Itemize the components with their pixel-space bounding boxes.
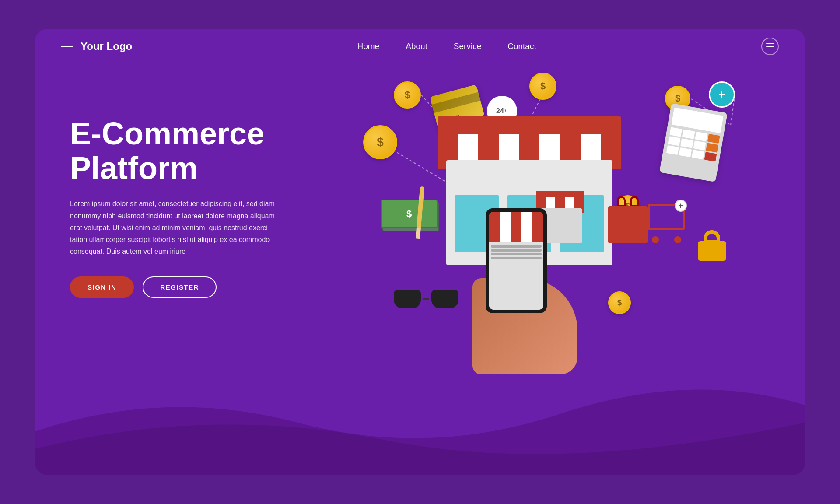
calc-btn-7 [693, 140, 706, 150]
clock-arrow: ↻ [504, 109, 508, 113]
money-stack: $ [381, 200, 438, 234]
hero-description: Lorem ipsum dolor sit amet, consectetuer… [70, 198, 280, 257]
glass-lens-right [431, 290, 458, 308]
lock-icon [698, 230, 726, 261]
credit-card-stripe [432, 92, 480, 113]
cart-wheel-left [652, 236, 659, 243]
calc-btn-12 [704, 152, 717, 161]
phone-line-3 [491, 253, 542, 256]
navbar: Your Logo Home About Service Contact [35, 29, 805, 64]
nav-item-home[interactable]: Home [357, 42, 380, 51]
coin-6-symbol: $ [617, 298, 622, 308]
calculator-icon [659, 103, 728, 182]
register-button[interactable]: REGISTER [143, 276, 217, 298]
calc-btn-2 [682, 130, 695, 139]
bill-front: $ [381, 200, 438, 228]
calc-btn-11 [692, 150, 704, 159]
awning-top [438, 116, 621, 134]
phone-screen-stripes [489, 212, 543, 242]
hero-content: E-Commerce Platform Lorem ipsum dolor si… [70, 116, 298, 298]
illustration: $ $ $ $ $ $ 24 ↻ [359, 55, 805, 449]
calc-btn-5 [668, 136, 681, 146]
shopping-bag-icon [608, 200, 648, 243]
hero-title: E-Commerce Platform [70, 116, 298, 186]
phone-screen-awning [489, 212, 543, 242]
calc-btn-4 [707, 134, 720, 144]
nav-item-about[interactable]: About [406, 42, 427, 51]
lock-body [698, 241, 726, 261]
nav-item-service[interactable]: Service [454, 42, 481, 51]
coin-6: $ [608, 291, 631, 314]
ps-5 [532, 212, 543, 242]
calc-btn-3 [695, 132, 707, 141]
calc-btn-6 [680, 138, 693, 148]
ps-4 [522, 212, 532, 242]
menu-line-1 [766, 43, 774, 44]
plus-symbol: + [718, 88, 725, 102]
calculator-buttons [666, 127, 720, 161]
calc-btn-1 [669, 127, 682, 136]
phone-screen-body [489, 242, 543, 310]
phone-line-4 [491, 257, 542, 259]
coin-5-symbol: $ [675, 93, 680, 104]
nav-links: Home About Service Contact [357, 42, 536, 51]
nav-link-home[interactable]: Home [357, 42, 380, 52]
signin-button[interactable]: SIGN IN [70, 276, 134, 298]
nav-link-contact[interactable]: Contact [508, 42, 536, 51]
bag-handle-left [617, 196, 626, 206]
cart-wheels [652, 236, 681, 243]
logo-dash [61, 46, 74, 47]
calc-btn-8 [706, 143, 718, 152]
hero-buttons: SIGN IN REGISTER [70, 276, 298, 298]
menu-line-2 [766, 46, 774, 47]
smartphone [486, 208, 547, 313]
cart-plus-icon: + [675, 200, 687, 212]
page-card: Your Logo Home About Service Contact E-C… [35, 29, 805, 475]
mini-awning-top [536, 191, 584, 197]
bag-body [608, 206, 648, 243]
coin-1-symbol: $ [405, 89, 410, 101]
coin-2-symbol: $ [377, 135, 384, 149]
clock-24-text: 24 [496, 107, 504, 115]
calc-btn-10 [679, 147, 692, 157]
nav-item-contact[interactable]: Contact [508, 42, 536, 51]
phone-line-1 [491, 245, 542, 248]
menu-line-3 [766, 49, 774, 49]
phone-screen [489, 212, 543, 310]
coin-3: $ [529, 73, 556, 100]
coin-1: $ [394, 81, 421, 108]
nav-link-about[interactable]: About [406, 42, 427, 51]
glass-bridge [423, 298, 429, 300]
ps-2 [500, 212, 511, 242]
shopping-cart-icon: + [648, 204, 691, 243]
ps-1 [489, 212, 500, 242]
cart-wheel-right [674, 236, 681, 243]
plus-circle-icon: + [709, 81, 735, 108]
glass-lens-left [394, 290, 421, 308]
phone-line-2 [491, 249, 542, 252]
logo: Your Logo [61, 40, 132, 52]
nav-link-service[interactable]: Service [454, 42, 481, 51]
coin-3-symbol: $ [540, 80, 546, 92]
cart-body: + [648, 204, 685, 230]
bag-handle-right [630, 196, 639, 206]
calc-btn-9 [666, 145, 679, 155]
sunglasses-icon [394, 287, 459, 311]
ps-3 [511, 212, 522, 242]
hamburger-menu-button[interactable] [761, 38, 779, 55]
logo-text: Your Logo [80, 40, 132, 52]
coin-2: $ [363, 125, 397, 159]
